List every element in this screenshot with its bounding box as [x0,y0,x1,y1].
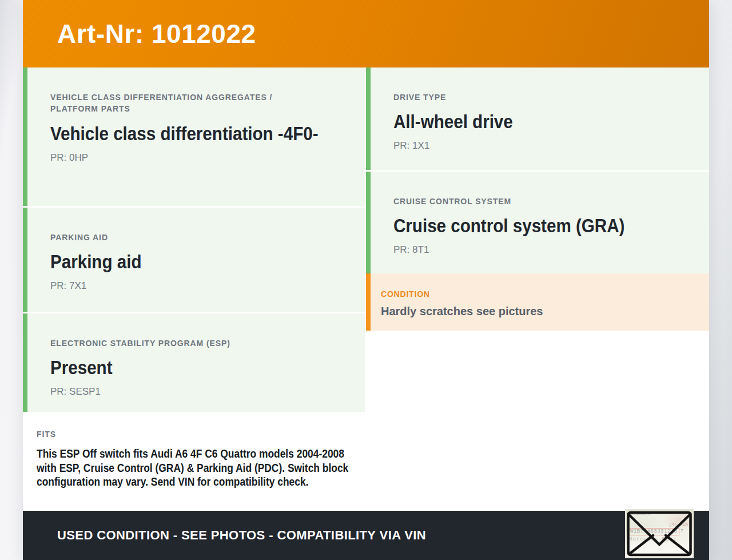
feature-label: ELECTRONIC STABILITY PROGRAM (ESP) [50,337,313,349]
feature-card-drive-type: DRIVE TYPE All-wheel drive PR: 1X1 [366,67,709,170]
footer-text: USED CONDITION - SEE PHOTOS - COMPATIBIL… [57,528,426,543]
fits-description: This ESP Off switch fits Audi A6 4F C6 Q… [37,447,352,488]
feature-label: CRUISE CONTROL SYSTEM [393,196,657,207]
feature-card-cruise-control: CRUISE CONTROL SYSTEM Cruise control sys… [366,172,709,273]
content-area: VEHICLE CLASS DIFFERENTIATION AGGREGATES… [23,67,709,511]
feature-card-esp: ELECTRONIC STABILITY PROGRAM (ESP) Prese… [23,313,365,412]
feature-title: All-wheel drive [393,110,690,133]
feature-pr-code: PR: 1X1 [393,140,690,152]
envelope-icon [626,510,693,557]
feature-label: VEHICLE CLASS DIFFERENTIATION AGGREGATES… [50,92,313,115]
feature-pr-code: PR: 7X1 [50,280,345,292]
right-column: DRIVE TYPE All-wheel drive PR: 1X1 CRUIS… [366,67,709,511]
feature-title: Vehicle class differentiation -4F0- [50,122,345,145]
feature-pr-code: PR: 0HP [50,152,345,164]
feature-label: PARKING AID [50,232,313,243]
feature-title: Present [50,356,345,379]
fits-card: FITS This ESP Off switch fits Audi A6 4F… [23,414,365,511]
condition-value: Hardly scratches see pictures [381,305,698,318]
feature-card-parking-aid: PARKING AID Parking aid PR: 7X1 [23,208,365,312]
feature-pr-code: PR: SESP1 [50,386,345,398]
header: Art-Nr: 1012022 [23,0,709,67]
footer-banner: USED CONDITION - SEE PHOTOS - COMPATIBIL… [23,511,709,560]
feature-title: Parking aid [50,250,345,273]
fits-label: FITS [37,428,300,440]
condition-label: CONDITION [381,288,644,300]
article-number-title: Art-Nr: 1012022 [57,18,256,49]
feature-label: DRIVE TYPE [393,92,657,103]
condition-card: CONDITION Hardly scratches see pictures [366,273,709,331]
feature-card-vehicle-class: VEHICLE CLASS DIFFERENTIATION AGGREGATES… [23,67,365,206]
product-listing-card: Art-Nr: 1012022 VEHICLE CLASS DIFFERENTI… [23,0,709,560]
feature-title: Cruise control system (GRA) [393,214,690,237]
feature-pr-code: PR: 8T1 [393,244,690,256]
registration-document-thumbnail: Fahrgestellnr. [4] AiA W1B71463J312487 M… [625,509,694,558]
left-column: VEHICLE CLASS DIFFERENTIATION AGGREGATES… [23,67,365,511]
page-background: Art-Nr: 1012022 VEHICLE CLASS DIFFERENTI… [0,0,732,560]
